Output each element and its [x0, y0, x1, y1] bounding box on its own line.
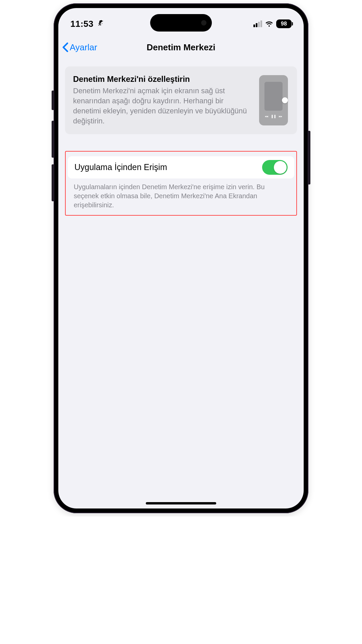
wifi-icon — [265, 20, 274, 27]
highlighted-section: Uygulama İçinden Erişim Uygulamaların iç… — [65, 151, 297, 216]
back-button[interactable]: Ayarlar — [62, 42, 97, 53]
power-button — [308, 131, 310, 184]
home-indicator[interactable] — [146, 502, 216, 504]
phone-frame: 11:53 98 Ayarlar Denetim Merkezi — [54, 3, 308, 513]
screen: 11:53 98 Ayarlar Denetim Merkezi — [58, 8, 304, 508]
status-time: 11:53 — [70, 19, 94, 29]
navigation-bar: Ayarlar Denetim Merkezi — [58, 36, 304, 58]
battery-indicator: 98 — [276, 19, 292, 28]
control-center-illustration: ◂◂❚❚▸▸ — [258, 74, 289, 126]
access-within-apps-label: Uygulama İçinden Erişim — [74, 162, 167, 172]
access-within-apps-footer: Uygulamaların içinden Denetim Merkezi'ne… — [66, 178, 296, 213]
silent-icon — [97, 19, 104, 28]
dynamic-island — [150, 14, 212, 32]
customize-title: Denetim Merkezi'ni özelleştirin — [73, 74, 251, 84]
content: Denetim Merkezi'ni özelleştirin Denetim … — [58, 58, 304, 508]
back-label: Ayarlar — [70, 42, 97, 53]
access-within-apps-row[interactable]: Uygulama İçinden Erişim — [68, 156, 294, 178]
signal-icon — [253, 20, 262, 27]
customize-subtitle: Denetim Merkezi'ni açmak için ekranın sa… — [73, 86, 251, 126]
battery-level: 98 — [281, 21, 287, 27]
page-title: Denetim Merkezi — [146, 42, 215, 53]
chevron-left-icon — [62, 42, 68, 52]
access-within-apps-toggle[interactable] — [262, 160, 288, 175]
customize-card[interactable]: Denetim Merkezi'ni özelleştirin Denetim … — [65, 66, 297, 134]
